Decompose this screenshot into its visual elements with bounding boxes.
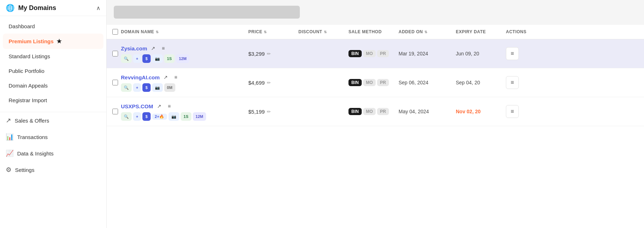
col-sale-method-label: SALE METHOD (348, 29, 399, 34)
sort-discount-icon[interactable]: ⇅ (324, 30, 327, 34)
domain-info: RevvingAI.com ↗ ≡ 🔍 + $ 📷 0M (121, 73, 180, 92)
added-on-cell: May 04, 2024 (399, 108, 456, 115)
table-container: DOMAIN NAME ⇅ PRICE ⇅ DISCOUNT ⇅ SALE ME… (107, 25, 644, 126)
tag-12m[interactable]: 12M (193, 112, 206, 121)
domain-tags: 🔍 + $ 2+🔥 📷 1S 12M (121, 112, 206, 121)
sidebar-section-label: Data & Insights (17, 150, 54, 157)
tag-camera[interactable]: 📷 (152, 83, 163, 92)
sidebar-item-settings[interactable]: ⚙ Settings (0, 162, 106, 178)
search-bar[interactable] (114, 6, 300, 19)
price-edit-icon[interactable]: ✏ (267, 51, 271, 56)
added-on-cell: Sep 06, 2024 (399, 79, 456, 86)
sale-method-badges: BIN MO PR (348, 50, 399, 57)
col-header-expiry: EXPIRY DATE (456, 29, 506, 34)
edit-list-icon[interactable]: ≡ (159, 44, 167, 52)
sidebar-item-label: Domain Appeals (9, 83, 48, 89)
domain-link[interactable]: USXPS.COM (121, 103, 153, 109)
actions-cell: ≡ (506, 47, 535, 60)
external-link-icon[interactable]: ↗ (149, 44, 157, 52)
badge-pr: PR (377, 79, 389, 86)
sidebar-section-label: Transactions (17, 134, 48, 140)
sort-price-icon[interactable]: ⇅ (264, 30, 267, 34)
sidebar-title: My Domains (18, 4, 56, 12)
price-edit-icon[interactable]: ✏ (267, 109, 271, 114)
expiry-cell: Sep 04, 20 (456, 79, 506, 86)
tag-dollar[interactable]: $ (142, 83, 150, 92)
tag-plus[interactable]: + (133, 83, 141, 92)
tag-dollar[interactable]: $ (142, 54, 150, 63)
badge-bin: BIN (348, 50, 362, 57)
tag-search[interactable]: 🔍 (121, 112, 132, 121)
tag-plus[interactable]: + (133, 54, 141, 63)
table-row: Zysia.com ↗ ≡ 🔍 + $ 📷 1S 12M (107, 39, 644, 68)
sidebar-item-transactions[interactable]: 📊 Transactions (0, 129, 106, 145)
badge-pr: PR (377, 50, 389, 57)
tag-1s[interactable]: 1S (181, 112, 191, 121)
tag-fire[interactable]: 2+🔥 (152, 114, 167, 120)
edit-list-icon[interactable]: ≡ (172, 73, 180, 81)
domain-info: Zysia.com ↗ ≡ 🔍 + $ 📷 1S 12M (121, 44, 189, 63)
table-row: RevvingAI.com ↗ ≡ 🔍 + $ 📷 0M $4,699 (107, 68, 644, 97)
col-actions-label: ACTIONS (506, 29, 535, 34)
sidebar-item-label: Standard Listings (9, 53, 50, 59)
badge-bin: BIN (348, 79, 362, 86)
row-checkbox[interactable] (112, 51, 118, 56)
sidebar-section-label: Settings (15, 167, 34, 173)
sidebar-item-standard-listings[interactable]: Standard Listings (0, 49, 106, 64)
row-actions-button[interactable]: ≡ (506, 105, 519, 118)
domain-link[interactable]: RevvingAI.com (121, 74, 160, 80)
sidebar-item-registrar-import[interactable]: Registrar Import (0, 93, 106, 108)
domain-tags: 🔍 + $ 📷 0M (121, 83, 180, 92)
row-checkbox[interactable] (112, 80, 118, 85)
globe-icon: 🌐 (6, 4, 15, 12)
row-checkbox[interactable] (112, 109, 118, 114)
settings-icon: ⚙ (6, 166, 11, 174)
sale-method-badges: BIN MO PR (348, 79, 399, 86)
tag-plus[interactable]: + (133, 112, 141, 121)
tag-search[interactable]: 🔍 (121, 83, 132, 92)
domain-info: USXPS.COM ↗ ≡ 🔍 + $ 2+🔥 📷 1S 12M (121, 102, 206, 121)
col-header-added-on: ADDED ON ⇅ (399, 29, 456, 34)
col-price-label: PRICE ⇅ (248, 29, 298, 34)
expiry-date-expired: Nov 02, 20 (456, 109, 480, 114)
chevron-up-icon[interactable]: ∧ (96, 5, 101, 11)
sidebar-item-label: Public Portfolio (9, 68, 44, 74)
edit-list-icon[interactable]: ≡ (165, 102, 173, 110)
domain-link[interactable]: Zysia.com (121, 45, 147, 51)
row-actions-button[interactable]: ≡ (506, 47, 519, 60)
tag-dollar[interactable]: $ (142, 112, 150, 121)
domain-cell: Zysia.com ↗ ≡ 🔍 + $ 📷 1S 12M (112, 44, 248, 63)
sidebar-item-public-portfolio[interactable]: Public Portfolio (0, 64, 106, 78)
price-cell: $5,199 ✏ (248, 109, 298, 115)
sidebar: 🌐 My Domains ∧ Dashboard Premium Listing… (0, 0, 107, 228)
external-link-icon[interactable]: ↗ (162, 73, 170, 81)
sidebar-item-data-insights[interactable]: 📈 Data & Insights (0, 145, 106, 162)
row-actions-button[interactable]: ≡ (506, 76, 519, 89)
select-all-checkbox[interactable] (112, 29, 118, 35)
expiry-date: Sep 04, 20 (456, 80, 480, 85)
tag-1s[interactable]: 1S (164, 54, 175, 63)
tag-camera[interactable]: 📷 (169, 112, 179, 121)
table-header: DOMAIN NAME ⇅ PRICE ⇅ DISCOUNT ⇅ SALE ME… (107, 25, 644, 39)
tag-search[interactable]: 🔍 (121, 54, 132, 63)
badge-mo: MO (363, 50, 376, 57)
tag-camera[interactable]: 📷 (152, 54, 163, 63)
bar-chart-icon: 📊 (6, 133, 14, 141)
tag-0m[interactable]: 0M (164, 83, 175, 92)
sidebar-item-dashboard[interactable]: Dashboard (0, 19, 106, 34)
expiry-cell: Nov 02, 20 (456, 108, 506, 115)
price-edit-icon[interactable]: ✏ (267, 80, 271, 85)
sidebar-item-sales-offers[interactable]: ↗ Sales & Offers (0, 112, 106, 129)
external-link-icon[interactable]: ↗ (155, 102, 163, 110)
sidebar-section-label: Sales & Offers (15, 118, 49, 124)
actions-cell: ≡ (506, 76, 535, 89)
tag-12m[interactable]: 12M (176, 54, 189, 63)
price-cell: $4,699 ✏ (248, 80, 298, 86)
sidebar-item-premium-listings[interactable]: Premium Listings ★ (3, 34, 103, 49)
price-cell: $3,299 ✏ (248, 51, 298, 57)
expiry-date: Jun 09, 20 (456, 51, 479, 56)
sort-added-on-icon[interactable]: ⇅ (424, 30, 428, 34)
sidebar-item-domain-appeals[interactable]: Domain Appeals (0, 78, 106, 93)
col-header-sale-method: SALE METHOD (348, 29, 399, 34)
sort-domain-icon[interactable]: ⇅ (156, 30, 159, 34)
